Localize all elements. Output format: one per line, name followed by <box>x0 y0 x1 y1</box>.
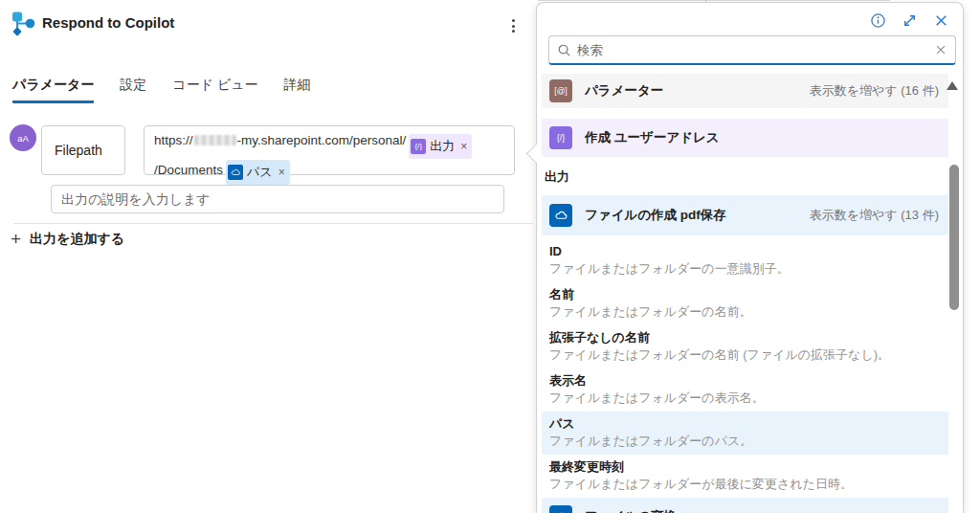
group-create-file[interactable]: ファイルの作成 pdf保存 表示数を増やす (13 件) <box>542 195 948 235</box>
group-convert-file[interactable]: ファイルの変換 <box>542 498 948 513</box>
string-type-badge: aA <box>10 124 36 151</box>
parameter-name: Filepath <box>55 143 102 158</box>
copilot-topic-icon <box>11 11 36 36</box>
compose-icon: {/} <box>549 126 572 149</box>
dynamic-content-item-id[interactable]: ID ファイルまたはフォルダーの一意識別子。 <box>542 239 948 282</box>
onedrive-icon <box>228 165 243 180</box>
dynamic-content-flyout: [@] パラメーター 表示数を増やす (16 件) {/} 作成 ユーザーアドレ… <box>536 2 964 513</box>
action-details-panel: Respond to Copilot パラメーター 設定 コード ビュー 詳細 … <box>0 0 536 513</box>
info-icon[interactable] <box>868 11 887 30</box>
tab-parameters[interactable]: パラメーター <box>12 77 94 103</box>
background-card-edge <box>538 0 890 1</box>
output-description-input[interactable] <box>51 185 504 213</box>
scroll-up-arrow[interactable] <box>947 81 958 90</box>
dynamic-content-item-display-name[interactable]: 表示名 ファイルまたはフォルダーの表示名。 <box>542 368 948 412</box>
parameter-name-field[interactable]: Filepath <box>41 125 125 175</box>
dynamic-content-item-name[interactable]: 名前 ファイルまたはフォルダーの名前。 <box>542 282 948 325</box>
dynamic-content-item-name-no-ext[interactable]: 拡張子なしの名前 ファイルまたはフォルダーの名前 (ファイルの拡張子なし)。 <box>542 325 948 368</box>
tab-bar: パラメーター 設定 コード ビュー 詳細 <box>12 77 311 103</box>
scrollbar-thumb[interactable] <box>949 165 959 310</box>
remove-token-icon[interactable]: × <box>278 161 285 184</box>
onedrive-icon <box>549 204 572 227</box>
parameters-icon: [@] <box>549 79 572 102</box>
group-parameters[interactable]: [@] パラメーター 表示数を増やす (16 件) <box>542 74 948 108</box>
redacted-tenant-name <box>194 135 236 145</box>
outputs-section-label: 出力 <box>545 168 948 186</box>
search-input[interactable] <box>577 43 928 57</box>
close-icon[interactable] <box>931 11 950 30</box>
action-title: Respond to Copilot <box>42 14 174 31</box>
clear-search-icon[interactable] <box>934 43 947 56</box>
value-line-1: https://-my.sharepoint.com/personal/{/}出… <box>154 129 506 159</box>
group-compose-user-address[interactable]: {/} 作成 ユーザーアドレス <box>542 119 948 157</box>
flyout-header <box>868 11 950 30</box>
onedrive-icon <box>549 505 572 513</box>
search-box <box>548 35 956 65</box>
parameter-value-field[interactable]: https://-my.sharepoint.com/personal/{/}出… <box>144 125 515 175</box>
dynamic-content-item-last-modified[interactable]: 最終変更時刻 ファイルまたはフォルダーが最後に変更された日時。 <box>542 455 948 498</box>
tab-about[interactable]: 詳細 <box>284 77 311 103</box>
show-more-link[interactable]: 表示数を増やす (16 件) <box>810 82 939 100</box>
power-automate-designer: Respond to Copilot パラメーター 設定 コード ビュー 詳細 … <box>0 0 980 513</box>
compose-icon: {/} <box>411 139 426 154</box>
tab-settings[interactable]: 設定 <box>120 77 146 103</box>
tab-code-view[interactable]: コード ビュー <box>172 77 257 103</box>
plus-icon: + <box>11 231 21 248</box>
search-icon <box>557 43 571 57</box>
add-output-button[interactable]: + 出力を追加する <box>11 231 124 248</box>
more-menu-button[interactable] <box>503 14 523 37</box>
expand-icon[interactable] <box>900 11 919 30</box>
show-more-link[interactable]: 表示数を増やす (13 件) <box>810 207 939 224</box>
remove-token-icon[interactable]: × <box>460 135 467 158</box>
dynamic-content-item-path[interactable]: パス ファイルまたはフォルダーのパス。 <box>542 412 948 455</box>
dynamic-content-list: [@] パラメーター 表示数を増やす (16 件) {/} 作成 ユーザーアドレ… <box>542 74 948 513</box>
value-line-2: /Documentsパス× <box>154 159 506 185</box>
token-output[interactable]: {/}出力× <box>409 134 472 159</box>
divider <box>13 223 533 224</box>
token-path[interactable]: パス× <box>226 160 290 185</box>
